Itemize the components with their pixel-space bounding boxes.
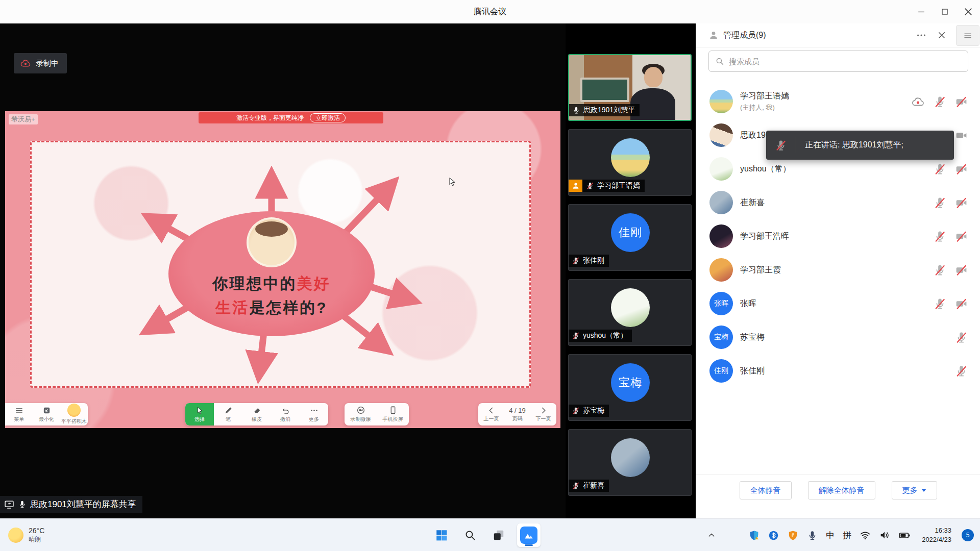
avatar-initials: 宝梅 (709, 325, 733, 349)
slide-question-text: 你理想中的美好 生活是怎样的? (168, 271, 375, 319)
tile-name-bar: 苏宝梅 (569, 405, 609, 417)
unmute-all-button[interactable]: 解除全体静音 (808, 481, 875, 499)
member-search-box[interactable] (708, 51, 968, 72)
page-number[interactable]: 4 / 19 页码 (504, 403, 530, 425)
security-shield-icon[interactable] (787, 530, 799, 541)
defender-icon[interactable] (748, 530, 760, 541)
tile-name-bar: 学习部王语嫣 (569, 180, 645, 192)
member-row[interactable]: 张晖 张晖 (696, 287, 980, 320)
taskbar-search-button[interactable] (460, 525, 480, 545)
members-icon (708, 30, 719, 40)
window-titlebar: 腾讯会议 (0, 0, 980, 23)
minimize-button[interactable] (910, 0, 933, 23)
panel-collapse-handle[interactable] (956, 25, 979, 46)
screen-share-area: 录制中 希沃易+ 激活专业版，界面更纯净 立即激活 (0, 23, 566, 518)
camera-off-icon[interactable] (955, 297, 968, 310)
mic-muted-icon[interactable] (934, 163, 946, 176)
phone-cast-icon (388, 406, 398, 415)
start-button[interactable] (431, 525, 452, 545)
tile-name-bar: yushou（常） (569, 330, 632, 342)
mic-muted-icon[interactable] (934, 230, 946, 243)
undo-tool[interactable]: 撤消 (271, 403, 300, 425)
minimize-window-icon (42, 406, 51, 415)
member-row[interactable]: 崔新喜 (696, 186, 980, 219)
camera-off-icon[interactable] (955, 95, 968, 108)
search-input[interactable] (729, 57, 962, 66)
tencent-meeting-app-button[interactable] (517, 523, 541, 547)
close-button[interactable] (957, 0, 980, 23)
video-tile[interactable]: yushou（常） (568, 279, 692, 346)
prev-page-button[interactable]: 上一页 (478, 403, 504, 425)
next-page-button[interactable]: 下一页 (530, 403, 556, 425)
battery-icon[interactable] (898, 529, 911, 541)
cloud-record-icon (20, 58, 31, 69)
mic-muted-icon[interactable] (955, 331, 968, 344)
screen-share-icon (4, 499, 14, 510)
slide-pager: 上一页 4 / 19 页码 下一页 (478, 403, 556, 425)
hamburger-icon (963, 31, 972, 40)
member-row[interactable]: 学习部王语嫣 (主持人, 我) (696, 85, 980, 118)
window-title: 腾讯会议 (474, 7, 506, 17)
microphone-tray-icon[interactable] (807, 530, 818, 541)
avatar (709, 123, 733, 147)
camera-off-icon[interactable] (955, 264, 968, 277)
maximize-button[interactable] (933, 0, 957, 23)
taskbar-clock[interactable]: 16:33 2022/4/23 (922, 526, 951, 544)
phone-cast-tool[interactable]: 手机投屏 (377, 403, 409, 425)
mic-muted-icon[interactable] (934, 196, 946, 209)
system-tray: 中 拼 16:33 2022/4/23 5 (707, 519, 974, 551)
select-tool[interactable]: 选择 (185, 403, 214, 425)
video-tile[interactable]: 学习部王语嫣 (568, 129, 692, 196)
bluetooth-icon[interactable] (768, 530, 779, 541)
chevron-right-icon (540, 407, 547, 414)
activate-now-button[interactable]: 立即激活 (310, 113, 346, 122)
weather-widget[interactable]: 26°C 晴朗 (8, 519, 44, 551)
video-tile[interactable]: 佳刚 张佳刚 (568, 204, 692, 271)
cloud-recording-icon[interactable] (911, 95, 925, 109)
mic-muted-icon[interactable] (934, 264, 946, 277)
video-tile[interactable]: 崔新喜 (568, 429, 692, 496)
more-dots-icon (310, 406, 318, 415)
easinote-tools: 选择 笔 橡皮 撤消 更多 (185, 403, 328, 425)
tray-overflow-button[interactable] (707, 531, 716, 539)
member-row[interactable]: 佳刚 张佳刚 (696, 354, 980, 388)
video-tile[interactable]: 宝梅 苏宝梅 (568, 354, 692, 421)
video-tile-speaker[interactable]: 思政1901刘慧平 (568, 54, 692, 121)
taskbar-center (431, 519, 541, 551)
wifi-icon[interactable] (860, 530, 871, 541)
mute-all-button[interactable]: 全体静音 (740, 481, 792, 499)
ime-mode-indicator[interactable]: 拼 (843, 530, 851, 541)
more-tools[interactable]: 更多 (300, 403, 328, 425)
menu-tool[interactable]: 菜单 (5, 403, 33, 425)
question-line2-highlight: 生活 (215, 299, 249, 316)
ime-language-indicator[interactable]: 中 (826, 530, 835, 541)
chevron-left-icon (487, 407, 495, 414)
member-row[interactable]: 学习部王浩晖 (696, 219, 980, 253)
camera-off-icon[interactable] (955, 196, 968, 209)
record-lesson-tool[interactable]: 录制微课 (345, 403, 377, 425)
desktop: 腾讯会议 录制中 希沃易+ 激活专业版，界面更纯净 立即激活 (0, 0, 980, 551)
avatar (709, 224, 733, 248)
minimize-tool[interactable]: 最小化 (33, 403, 60, 425)
eraser-tool[interactable]: 橡皮 (242, 403, 271, 425)
camera-off-icon[interactable] (955, 230, 968, 243)
avatar-initials: 佳刚 (709, 359, 733, 383)
mic-muted-icon[interactable] (955, 365, 968, 378)
notification-count-badge[interactable]: 5 (962, 529, 974, 541)
pen-tool[interactable]: 笔 (214, 403, 242, 425)
question-line1-highlight: 美好 (297, 275, 331, 292)
panel-more-icon[interactable] (916, 30, 927, 41)
more-button[interactable]: 更多 (892, 481, 937, 499)
member-row[interactable]: 宝梅 苏宝梅 (696, 320, 980, 354)
panel-close-icon[interactable] (937, 31, 946, 40)
mic-muted-icon[interactable] (934, 297, 946, 310)
account-tool[interactable]: 平平搭积木 (60, 403, 88, 425)
camera-on-icon[interactable] (955, 129, 968, 142)
tencent-meeting-icon (520, 527, 537, 544)
camera-off-icon[interactable] (955, 163, 968, 176)
share-status-text: 思政1901刘慧平的屏幕共享 (30, 498, 136, 510)
volume-icon[interactable] (879, 530, 890, 541)
task-view-button[interactable] (488, 525, 509, 545)
member-row[interactable]: 学习部王霞 (696, 253, 980, 287)
mic-muted-icon[interactable] (934, 95, 946, 108)
